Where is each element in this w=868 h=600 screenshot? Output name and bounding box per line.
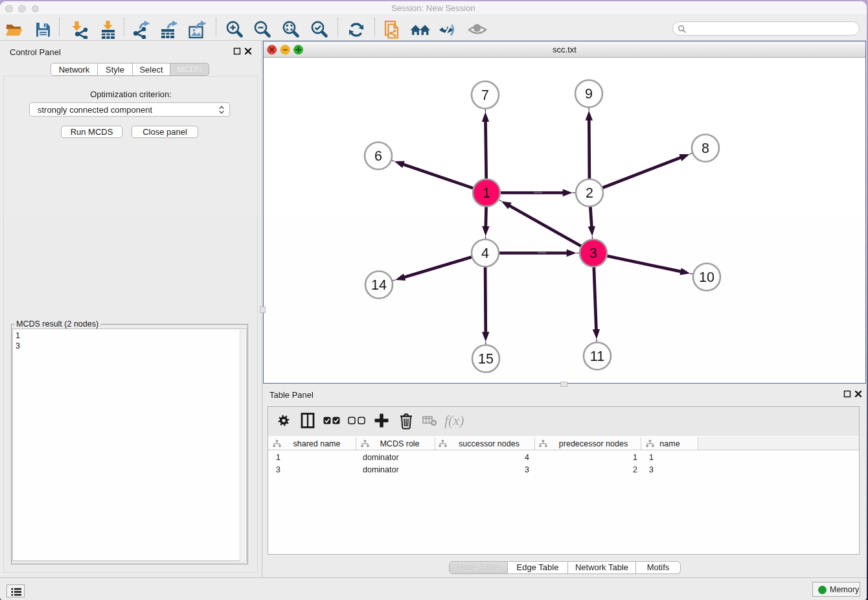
svg-text:7: 7	[481, 87, 489, 103]
svg-text:8: 8	[702, 141, 709, 156]
svg-text:15: 15	[478, 351, 494, 367]
svg-text:11: 11	[590, 349, 604, 364]
svg-text:1: 1	[483, 185, 490, 201]
svg-text:14: 14	[371, 277, 387, 293]
svg-text:9: 9	[585, 86, 593, 102]
svg-text:4: 4	[481, 246, 489, 261]
svg-text:3: 3	[589, 246, 597, 261]
svg-text:10: 10	[699, 270, 714, 285]
svg-text:2: 2	[586, 185, 593, 201]
svg-text:6: 6	[374, 148, 382, 164]
